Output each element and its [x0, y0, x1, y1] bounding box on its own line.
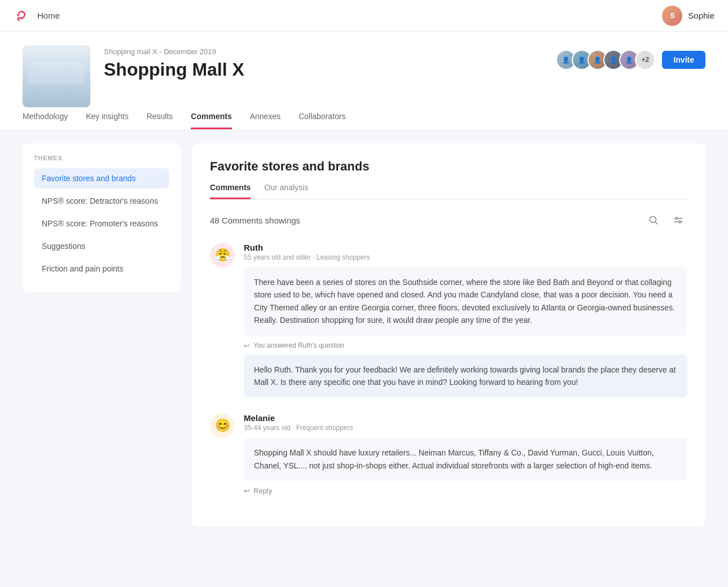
comment-body-melanie: Melanie 35-44 years old · Frequent shopp… — [244, 413, 687, 495]
avatar: S — [662, 6, 682, 26]
comment-meta-melanie: 35-44 years old · Frequent shoppers — [244, 424, 687, 432]
nav-comments[interactable]: Comments — [191, 112, 231, 129]
comment-text-melanie: Shopping Mall X should have luxury retai… — [244, 437, 687, 481]
sidebar-item-friction[interactable]: Friction and pain points — [34, 259, 169, 279]
nav-key-insights[interactable]: Key insights — [86, 112, 128, 129]
comment-melanie: 😊 Melanie 35-44 years old · Frequent sho… — [210, 413, 687, 495]
project-header-top: Shopping mall X - December 2019 Shopping… — [23, 45, 705, 107]
top-navigation: Home S Sophie — [0, 0, 728, 32]
reply-button-melanie[interactable]: Reply — [244, 487, 272, 495]
project-header: Shopping mall X - December 2019 Shopping… — [0, 32, 728, 130]
project-image — [23, 45, 90, 107]
sidebar-item-nps-detractor[interactable]: NPS® score: Detractor's reasons — [34, 191, 169, 211]
nav-results[interactable]: Results — [147, 112, 173, 129]
nav-annexes[interactable]: Annexes — [250, 112, 280, 129]
invite-button[interactable]: Invite — [662, 51, 705, 69]
content-tabs: Comments Our analysis — [210, 183, 687, 200]
reply-indicator-ruth: You answered Ruth's question — [244, 341, 687, 350]
project-subtitle: Shopping mall X - December 2019 — [104, 47, 244, 56]
comment-text-ruth: There have been a series of stores on th… — [244, 267, 687, 336]
sidebar-item-favorite-stores[interactable]: Favorite stores and brands — [34, 168, 169, 189]
sidebar-item-suggestions[interactable]: Suggestions — [34, 236, 169, 256]
avatar-initials: S — [670, 11, 675, 20]
svg-line-1 — [655, 222, 657, 224]
user-name-label: Sophie — [688, 11, 714, 20]
filter-icon — [673, 215, 683, 225]
project-title: Shopping Mall X — [104, 59, 244, 80]
comments-header: 48 Comments showings — [210, 211, 687, 229]
sidebar-themes-label: THEMES — [34, 155, 169, 161]
avatar-melanie: 😊 — [210, 413, 235, 438]
content-area: Favorite stores and brands Comments Our … — [192, 143, 705, 527]
project-meta: Shopping mall X - December 2019 Shopping… — [104, 45, 244, 91]
nav-left: Home — [14, 7, 60, 25]
avatar-ruth: 😤 — [210, 243, 235, 268]
filter-button[interactable] — [669, 211, 687, 229]
nav-right: S Sophie — [662, 6, 714, 26]
reply-section-ruth: You answered Ruth's question Hello Ruth.… — [244, 341, 687, 398]
nav-methodology[interactable]: Methodology — [23, 112, 68, 129]
tab-comments[interactable]: Comments — [210, 183, 251, 199]
tab-analysis[interactable]: Our analysis — [264, 183, 308, 199]
comment-author-ruth: Ruth — [244, 243, 687, 252]
comments-count: 48 Comments showings — [210, 216, 300, 225]
content-title: Favorite stores and brands — [210, 159, 687, 174]
nav-collaborators[interactable]: Collaborators — [299, 112, 345, 129]
comment-meta-ruth: 55 years old and older · Leaving shopper… — [244, 253, 687, 261]
sidebar: THEMES Favorite stores and brands NPS® s… — [23, 143, 181, 292]
home-link[interactable]: Home — [37, 11, 60, 20]
project-navigation: Methodology Key insights Results Comment… — [23, 112, 705, 129]
project-actions: 👤 👤 👤 👤 👤 +2 Invite — [556, 50, 705, 70]
reply-text-ruth: Hello Ruth. Thank you for your feedback!… — [244, 354, 687, 398]
avatar-more: +2 — [635, 50, 655, 70]
search-button[interactable] — [644, 211, 663, 229]
comment-body-ruth: Ruth 55 years old and older · Leaving sh… — [244, 243, 687, 397]
sidebar-item-nps-promoter[interactable]: NPS® score: Promoter's reasons — [34, 213, 169, 234]
comments-actions — [644, 211, 687, 229]
project-info: Shopping mall X - December 2019 Shopping… — [23, 45, 244, 107]
collaborators-avatars: 👤 👤 👤 👤 👤 +2 — [556, 50, 655, 70]
comment-author-melanie: Melanie — [244, 413, 687, 423]
search-icon — [648, 215, 659, 225]
logo-icon[interactable] — [14, 7, 32, 25]
comment-ruth: 😤 Ruth 55 years old and older · Leaving … — [210, 243, 687, 397]
main-layout: THEMES Favorite stores and brands NPS® s… — [0, 130, 728, 540]
